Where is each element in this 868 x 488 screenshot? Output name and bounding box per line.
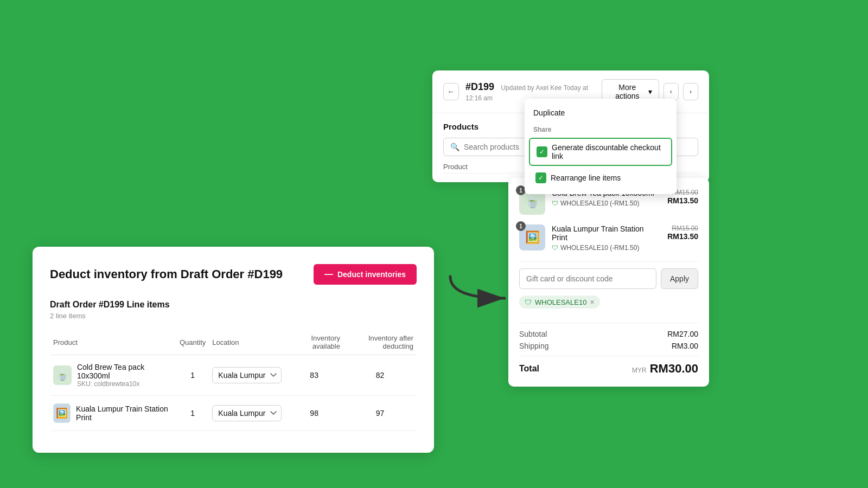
inv-available-2: 98: [285, 396, 343, 431]
col-location: Location: [209, 330, 285, 355]
minus-minus-icon: —: [324, 269, 333, 279]
col-inv-after: Inventory after deducting: [343, 330, 417, 355]
order-item-row-2: 🖼️ 1 Kuala Lumpur Train Station Print 🛡 …: [519, 224, 698, 252]
inv-after-1: 82: [343, 355, 417, 396]
product-thumb-2: 🖼️: [53, 403, 71, 423]
shield-icon-2: 🛡: [552, 244, 558, 252]
total-row: Total MYR RM30.00: [519, 356, 698, 376]
subtotal-label: Subtotal: [519, 330, 547, 338]
inv-available-1: 83: [285, 355, 343, 396]
col-quantity: Quantity: [176, 330, 209, 355]
dropdown-share-label: Share: [525, 123, 676, 136]
table-row: 🖼️ Kuala Lumpur Train Station Print 1 Ku…: [50, 396, 417, 431]
gift-card-row: Apply: [519, 268, 698, 289]
gift-card-input[interactable]: [519, 268, 656, 289]
prev-order-button[interactable]: ‹: [663, 83, 679, 100]
product-name-2: Kuala Lumpur Train Station Print: [76, 404, 173, 422]
total-right: MYR RM30.00: [632, 362, 698, 376]
more-actions-dropdown: Duplicate Share ✓ Generate discountable …: [525, 99, 676, 194]
product-name-1: Cold Brew Tea pack 10x300ml: [77, 363, 173, 380]
col-inv-available: Inventory available: [285, 330, 343, 355]
location-cell-1[interactable]: Kuala Lumpur: [209, 355, 285, 396]
chevron-down-icon: ▾: [648, 87, 652, 96]
order-item-discount-1: 🛡 WHOLESALE10 (-RM1.50): [552, 200, 661, 207]
order-header-card: ← #D199 Updated by Axel Kee Today at 12:…: [432, 70, 709, 182]
qty-1: 1: [176, 355, 209, 396]
order-divider-2: [519, 323, 698, 323]
location-cell-2[interactable]: Kuala Lumpur: [209, 396, 285, 431]
shield-icon-1: 🛡: [552, 200, 558, 207]
shipping-value: RM3.00: [672, 342, 698, 350]
price-final-2: RM13.50: [667, 232, 698, 241]
deduct-inventory-card: Deduct inventory from Draft Order #D199 …: [33, 247, 434, 453]
order-item-name-2: Kuala Lumpur Train Station Print: [552, 224, 661, 242]
product-cell-2: 🖼️ Kuala Lumpur Train Station Print: [53, 403, 173, 423]
location-select-1[interactable]: Kuala Lumpur: [212, 367, 282, 383]
discount-tag-label: WHOLESALE10: [535, 298, 586, 306]
shipping-label: Shipping: [519, 342, 549, 350]
dropdown-rearrange[interactable]: ✓ Rearrange line items: [529, 168, 672, 188]
check-icon-rearrange: ✓: [535, 172, 546, 183]
subtotal-value: RM27.00: [667, 330, 698, 338]
dropdown-generate-checkout[interactable]: ✓ Generate discountable checkout link: [529, 138, 672, 166]
total-amount: RM30.00: [650, 362, 698, 376]
total-currency: MYR: [632, 367, 647, 374]
line-items-count: 2 line items: [50, 312, 417, 320]
deduct-card-header: Deduct inventory from Draft Order #D199 …: [50, 264, 417, 285]
line-items-section-title: Draft Order #D199 Line items: [50, 300, 417, 310]
line-items-table: Product Quantity Location Inventory avai…: [50, 330, 417, 431]
col-product: Product: [50, 330, 176, 355]
discount-code-1: WHOLESALE10 (-RM1.50): [560, 200, 639, 207]
apply-button[interactable]: Apply: [661, 268, 698, 289]
location-select-2[interactable]: Kuala Lumpur: [212, 405, 282, 421]
total-label: Total: [519, 364, 539, 374]
order-item-details-2: Kuala Lumpur Train Station Print 🛡 WHOLE…: [552, 224, 661, 252]
inv-after-2: 97: [343, 396, 417, 431]
discount-tag-shield-icon: 🛡: [525, 298, 532, 306]
discount-tag-close-button[interactable]: ×: [590, 298, 594, 306]
price-final-1: RM13.50: [667, 196, 698, 205]
product-cell-1: 🍵 Cold Brew Tea pack 10x300ml SKU: coldb…: [53, 363, 173, 388]
shipping-row: Shipping RM3.00: [519, 342, 698, 350]
order-item-badge-2: 1: [516, 221, 526, 231]
discount-tag: 🛡 WHOLESALE10 ×: [519, 296, 600, 309]
order-divider: [519, 261, 698, 262]
discount-code-2: WHOLESALE10 (-RM1.50): [560, 244, 639, 252]
order-items-card: 🍵 1 Cold Brew Tea pack 10x300ml 🛡 WHOLES…: [508, 178, 709, 387]
back-icon: ←: [447, 87, 455, 96]
product-sku-1: SKU: coldbrewtea10x: [77, 380, 173, 388]
search-icon: 🔍: [450, 143, 459, 151]
generate-checkout-label: Generate discountable checkout link: [552, 143, 665, 160]
next-order-button[interactable]: ›: [683, 83, 698, 100]
table-row: 🍵 Cold Brew Tea pack 10x300ml SKU: coldb…: [50, 355, 417, 396]
price-original-2: RM15.00: [667, 224, 698, 232]
order-item-thumb-wrap-2: 🖼️ 1: [519, 224, 545, 251]
chevron-right-icon: ›: [690, 88, 692, 95]
subtotal-row: Subtotal RM27.00: [519, 330, 698, 338]
dropdown-duplicate[interactable]: Duplicate: [525, 103, 676, 123]
rearrange-label: Rearrange line items: [551, 174, 621, 182]
check-icon-generate: ✓: [537, 146, 547, 157]
chevron-left-icon: ‹: [670, 88, 672, 95]
product-thumb-1: 🍵: [53, 365, 72, 385]
qty-2: 1: [176, 396, 209, 431]
back-button[interactable]: ←: [443, 83, 459, 100]
order-item-pricing-2: RM15.00 RM13.50: [667, 224, 698, 241]
order-id: #D199: [465, 81, 494, 92]
more-actions-label: More actions: [609, 83, 646, 100]
deduct-title: Deduct inventory from Draft Order #D199: [50, 267, 283, 281]
deduct-inventories-button[interactable]: — Deduct inventories: [314, 264, 417, 285]
order-item-discount-2: 🛡 WHOLESALE10 (-RM1.50): [552, 244, 661, 252]
